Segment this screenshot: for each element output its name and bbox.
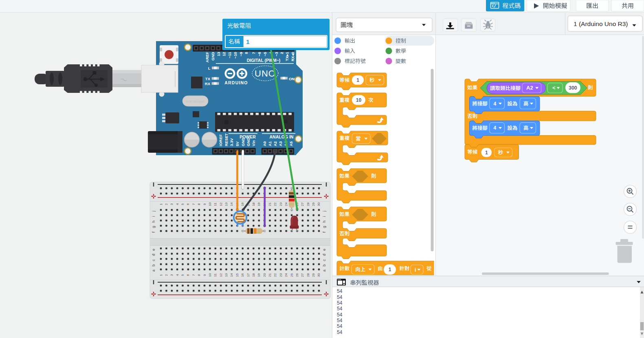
svg-text:1: 1 xyxy=(246,38,250,45)
svg-text:1: 1 xyxy=(485,150,488,156)
svg-text:13: 13 xyxy=(216,52,221,57)
svg-text:b: b xyxy=(151,264,156,266)
svg-text:a: a xyxy=(322,269,326,272)
svg-text:24: 24 xyxy=(284,273,288,277)
svg-text:RESET: RESET xyxy=(224,133,229,146)
svg-text:A2: A2 xyxy=(526,85,533,91)
svg-text:18: 18 xyxy=(252,202,255,206)
svg-text:54: 54 xyxy=(337,312,343,318)
svg-text:29: 29 xyxy=(312,202,315,206)
svg-text:1: 1 xyxy=(389,267,391,272)
svg-text:5V: 5V xyxy=(235,141,240,146)
svg-text:~5: ~5 xyxy=(263,52,267,57)
svg-text:16: 16 xyxy=(241,273,244,277)
svg-text:5: 5 xyxy=(181,203,185,205)
svg-text:~10: ~10 xyxy=(233,52,237,59)
svg-text:j: j xyxy=(151,211,156,212)
svg-text:54: 54 xyxy=(337,294,343,300)
svg-text:d: d xyxy=(151,254,156,256)
svg-text:A2: A2 xyxy=(273,141,277,146)
svg-text:4: 4 xyxy=(494,101,497,107)
svg-text:13: 13 xyxy=(224,202,228,206)
svg-text:~6: ~6 xyxy=(257,52,262,57)
svg-text:i: i xyxy=(322,216,326,217)
svg-text:e: e xyxy=(151,248,156,250)
svg-text:19: 19 xyxy=(257,202,261,206)
svg-text:ARDUINO: ARDUINO xyxy=(224,80,248,85)
svg-text:30: 30 xyxy=(317,202,321,206)
svg-text:b: b xyxy=(322,264,326,266)
svg-text:23: 23 xyxy=(279,273,283,277)
svg-text:h: h xyxy=(151,221,156,223)
svg-text:3: 3 xyxy=(170,274,174,276)
svg-text:10: 10 xyxy=(208,202,212,206)
svg-text:A5: A5 xyxy=(289,141,293,146)
svg-text:4: 4 xyxy=(494,125,497,131)
svg-text:1: 1 xyxy=(356,77,359,83)
svg-text:12: 12 xyxy=(222,52,226,57)
svg-text:Vin: Vin xyxy=(251,140,256,146)
svg-text:2: 2 xyxy=(165,274,168,276)
svg-text:5: 5 xyxy=(181,274,185,276)
svg-text:300: 300 xyxy=(569,85,577,91)
svg-text:28: 28 xyxy=(306,202,310,206)
svg-text:15: 15 xyxy=(235,273,239,277)
svg-text:14: 14 xyxy=(230,202,233,206)
svg-text:12: 12 xyxy=(219,273,223,277)
svg-text:i: i xyxy=(151,216,156,217)
svg-text:54: 54 xyxy=(337,288,343,294)
svg-text:L: L xyxy=(208,66,211,70)
svg-text:2: 2 xyxy=(279,52,284,54)
svg-text:A3: A3 xyxy=(278,141,283,146)
svg-text:RX: RX xyxy=(205,81,211,86)
svg-text:9: 9 xyxy=(203,274,207,276)
svg-text:RX◂0: RX◂0 xyxy=(290,52,295,61)
svg-text:ANALOG IN: ANALOG IN xyxy=(270,134,294,139)
svg-text:<: < xyxy=(552,85,556,91)
svg-text:9: 9 xyxy=(203,203,207,205)
svg-text:8: 8 xyxy=(197,274,201,276)
svg-text:7: 7 xyxy=(192,274,196,276)
svg-text:IOREF: IOREF xyxy=(218,134,223,146)
svg-text:11: 11 xyxy=(213,202,217,206)
svg-text:11: 11 xyxy=(213,273,217,277)
svg-text:e: e xyxy=(322,248,326,250)
svg-text:c: c xyxy=(322,259,326,261)
svg-text:TX: TX xyxy=(205,77,211,81)
svg-text:TX▸1: TX▸1 xyxy=(285,52,289,61)
svg-text:UNO: UNO xyxy=(255,68,276,79)
svg-text:7: 7 xyxy=(251,52,256,54)
svg-text:13: 13 xyxy=(224,273,228,277)
svg-text:22: 22 xyxy=(273,273,277,277)
svg-text:f: f xyxy=(322,232,326,233)
svg-text:f: f xyxy=(151,232,156,233)
svg-text:24: 24 xyxy=(284,202,288,206)
svg-text:29: 29 xyxy=(312,273,315,277)
svg-text:2: 2 xyxy=(165,203,168,205)
svg-text:27: 27 xyxy=(301,202,304,206)
svg-text:8: 8 xyxy=(244,52,248,54)
svg-text:54: 54 xyxy=(337,318,343,323)
svg-text:4: 4 xyxy=(176,203,179,205)
svg-text:GND: GND xyxy=(211,52,215,60)
svg-text:17: 17 xyxy=(246,273,250,277)
svg-text:19: 19 xyxy=(257,273,261,277)
svg-text:25: 25 xyxy=(290,273,294,277)
svg-text:d: d xyxy=(322,254,326,256)
svg-text:54: 54 xyxy=(337,306,343,312)
svg-text:g: g xyxy=(151,226,156,228)
svg-text:6: 6 xyxy=(186,274,190,276)
svg-text:3.3V: 3.3V xyxy=(229,138,234,146)
svg-text:8: 8 xyxy=(197,203,201,205)
svg-text:20: 20 xyxy=(263,273,266,277)
svg-text:21: 21 xyxy=(268,202,272,206)
svg-text:A1: A1 xyxy=(268,141,272,146)
svg-text:~9: ~9 xyxy=(239,52,243,57)
svg-text:4: 4 xyxy=(176,274,179,276)
svg-text:1 (Arduino Uno R3): 1 (Arduino Uno R3) xyxy=(574,20,628,27)
svg-text:i: i xyxy=(415,267,416,273)
svg-text:28: 28 xyxy=(306,273,310,277)
svg-text:54: 54 xyxy=(337,329,343,335)
svg-text:h: h xyxy=(322,221,326,223)
svg-text:~3: ~3 xyxy=(274,52,279,57)
